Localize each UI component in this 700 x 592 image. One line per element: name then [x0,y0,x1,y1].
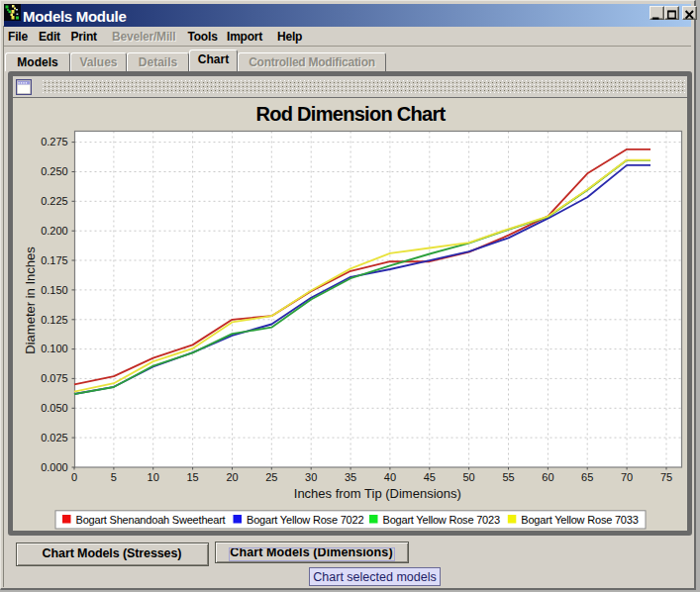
svg-text:65: 65 [581,471,593,483]
svg-text:Rod Dimension Chart: Rod Dimension Chart [255,103,446,125]
svg-text:0.025: 0.025 [41,432,68,444]
svg-text:75: 75 [660,471,672,483]
svg-text:0.200: 0.200 [41,225,68,237]
svg-text:15: 15 [186,471,198,483]
svg-text:35: 35 [345,471,356,483]
svg-text:Inches from Tip (Dimensions): Inches from Tip (Dimensions) [294,486,461,501]
svg-text:0.225: 0.225 [41,195,68,207]
svg-text:10: 10 [148,471,159,483]
svg-text:50: 50 [462,471,474,483]
svg-text:45: 45 [424,471,436,483]
svg-text:Diameter in Inches: Diameter in Inches [23,247,38,354]
svg-text:60: 60 [542,471,553,483]
svg-text:30: 30 [305,471,317,483]
svg-text:0.000: 0.000 [41,461,68,473]
svg-text:0.075: 0.075 [41,372,68,384]
svg-text:0.275: 0.275 [41,136,68,148]
svg-text:25: 25 [265,471,277,483]
svg-text:Bogart Shenandoah Sweetheart: Bogart Shenandoah Sweetheart [76,514,226,526]
svg-text:40: 40 [384,471,396,483]
svg-text:0.175: 0.175 [41,254,68,266]
svg-text:0: 0 [71,471,77,483]
svg-text:Bogart Yellow Rose 7023: Bogart Yellow Rose 7023 [383,514,500,526]
svg-text:5: 5 [111,471,117,483]
svg-text:0.050: 0.050 [41,402,68,414]
svg-text:20: 20 [226,471,238,483]
svg-text:0.150: 0.150 [41,284,68,296]
svg-text:70: 70 [621,471,633,483]
svg-text:0.125: 0.125 [41,314,68,326]
svg-text:55: 55 [502,471,514,483]
svg-text:Bogart Yellow Rose 7033: Bogart Yellow Rose 7033 [521,514,638,526]
svg-text:0.250: 0.250 [41,165,68,177]
svg-text:Bogart Yellow Rose 7022: Bogart Yellow Rose 7022 [247,514,363,526]
svg-text:0.100: 0.100 [41,343,68,354]
